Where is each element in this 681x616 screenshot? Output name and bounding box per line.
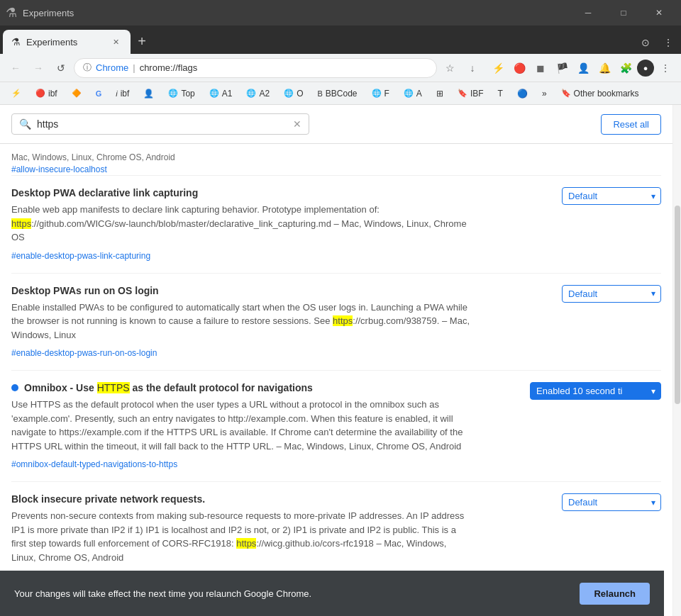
tab-bar: ⚗ Experiments ✕ + ⊙ ⋮	[0, 26, 681, 54]
bookmark-item-other[interactable]: 🔖Other bookmarks	[555, 86, 645, 101]
bookmarks-bar: ⚡ 🔴ibf 🔶 G iibf 👤 🌐Top 🌐A1 🌐A2 🌐O BBBCod…	[0, 82, 681, 105]
search-clear-button[interactable]: ✕	[293, 118, 301, 130]
flag-select-wrap-2: Enabled 10 second ti Default Disabled En…	[530, 382, 661, 400]
ext-button-1[interactable]: ⚡	[488, 58, 508, 78]
tab-icon: ⚗	[11, 36, 21, 47]
flag-select-2[interactable]: Enabled 10 second ti Default Disabled En…	[530, 382, 661, 400]
page-content: 🔍 ✕ Reset all Mac, Windows, Linux, Chrom…	[0, 105, 672, 616]
bookmark-item-16[interactable]: 🔵	[511, 86, 533, 101]
partial-platforms: Mac, Windows, Linux, Chrome OS, Android	[11, 150, 661, 162]
bookmark-item-1[interactable]: 🔴ibf	[30, 86, 63, 101]
new-tab-button[interactable]: +	[131, 30, 153, 52]
search-input[interactable]	[37, 118, 287, 130]
flag-desc-text-3: Prevents non-secure contexts from making…	[11, 510, 464, 563]
reset-all-button[interactable]: Reset all	[601, 114, 661, 135]
minimize-button[interactable]: ─	[572, 0, 604, 26]
extensions-button[interactable]: 🧩	[616, 58, 636, 78]
scrollbar-thumb[interactable]	[675, 206, 680, 404]
ext-button-5[interactable]: 👤	[573, 58, 593, 78]
back-button[interactable]: ←	[6, 58, 26, 78]
tab-close-button[interactable]: ✕	[109, 35, 122, 48]
bookmark-item-11[interactable]: 🌐F	[366, 86, 395, 101]
tab-search-button[interactable]: ⊙	[636, 33, 655, 52]
url-separator: |	[133, 62, 135, 73]
flag-item-2: Omnibox - Use HTTPS as the default proto…	[11, 371, 661, 482]
bookmark-item-5[interactable]: 👤	[138, 86, 160, 101]
flag-select-0[interactable]: Default Enabled Disabled	[562, 187, 661, 205]
flag-anchor-0[interactable]: #enable-desktop-pwas-link-capturing	[11, 251, 150, 261]
chrome-menu-button[interactable]: ⋮	[658, 33, 678, 52]
partial-flag-item: Mac, Windows, Linux, Chrome OS, Android …	[11, 144, 661, 176]
bookmark-item-15[interactable]: T	[492, 86, 509, 101]
bookmark-item-2[interactable]: 🔶	[66, 86, 87, 100]
maximize-button[interactable]: □	[607, 0, 640, 26]
flag-desc-text-1: Enable installed PWAs to be configured t…	[11, 302, 470, 340]
relaunch-button[interactable]: Relaunch	[580, 583, 650, 605]
bookmark-item-17[interactable]: »	[536, 86, 553, 101]
url-brand: Chrome	[96, 62, 128, 73]
flag-control-2: Enabled 10 second ti Default Disabled En…	[530, 382, 661, 400]
tab-title: Experiments	[26, 37, 104, 47]
ext-button-4[interactable]: 🏴	[552, 58, 572, 78]
flag-item-3: Block insecure private network requests.…	[11, 482, 661, 570]
bookmark-item-8[interactable]: 🌐A2	[240, 86, 275, 101]
title-bar-controls: ─ □ ✕	[572, 0, 675, 26]
flag-select-wrap-0: Default Enabled Disabled	[562, 187, 661, 205]
url-path: chrome://flags	[140, 62, 198, 73]
bookmark-item-7[interactable]: 🌐A1	[204, 86, 238, 101]
ext-button-2[interactable]: 🔴	[509, 58, 529, 78]
bookmark-item-4[interactable]: iibf	[110, 86, 135, 101]
flag-control-1: Default Enabled Disabled	[562, 285, 661, 303]
profile-button[interactable]: ●	[637, 60, 654, 77]
flag-select-3[interactable]: Default Enabled Disabled	[562, 493, 661, 511]
extension-icons: ⚡ 🔴 ◼ 🏴 👤 🔔 🧩 ● ⋮	[488, 58, 675, 78]
relaunch-bar: Your changes will take effect the next t…	[0, 571, 664, 616]
flag-desc-2: Use HTTPS as the default protocol when t…	[11, 398, 472, 453]
refresh-button[interactable]: ↺	[51, 58, 71, 78]
flag-anchor-2[interactable]: #omnibox-default-typed-navigations-to-ht…	[11, 459, 177, 469]
flag-active-indicator-2	[11, 384, 18, 391]
relaunch-text: Your changes will take effect the next t…	[14, 588, 311, 599]
flag-anchor-1[interactable]: #enable-desktop-pwas-run-on-os-login	[11, 348, 157, 358]
allow-insecure-localhost-link[interactable]: #allow-insecure-localhost	[11, 164, 107, 174]
bookmark-item-6[interactable]: 🌐Top	[162, 86, 200, 101]
download-button[interactable]: ↓	[463, 58, 482, 78]
bookmark-item-14[interactable]: 🔖IBF	[452, 86, 489, 101]
flag-desc-1: Enable installed PWAs to be configured t…	[11, 301, 472, 342]
flags-page: 🔍 ✕ Reset all Mac, Windows, Linux, Chrom…	[0, 105, 672, 616]
search-icon: 🔍	[19, 118, 31, 130]
close-button[interactable]: ✕	[643, 0, 675, 26]
bookmark-item-0[interactable]: ⚡	[6, 86, 27, 100]
flag-select-wrap-1: Default Enabled Disabled	[562, 285, 661, 303]
bookmark-item-12[interactable]: 🌐A	[398, 86, 428, 101]
ext-button-3[interactable]: ◼	[531, 58, 550, 78]
main-content: 🔍 ✕ Reset all Mac, Windows, Linux, Chrom…	[0, 105, 681, 616]
url-bar[interactable]: ⓘ Chrome | chrome://flags	[74, 58, 437, 78]
active-tab[interactable]: ⚗ Experiments ✕	[3, 30, 131, 54]
bookmark-item-3[interactable]: G	[90, 87, 108, 100]
flag-desc-3: Prevents non-secure contexts from making…	[11, 509, 472, 564]
flag-item-1: Desktop PWAs run on OS login Enable inst…	[11, 274, 661, 371]
chrome-menu-btn[interactable]: ⋮	[655, 58, 675, 78]
flag-name-0: Desktop PWA declarative link capturing	[11, 187, 198, 198]
flag-desc-0: Enable web app manifests to declare link…	[11, 203, 472, 245]
flag-select-wrap-3: Default Enabled Disabled	[562, 493, 661, 511]
search-input-wrap: 🔍 ✕	[11, 113, 309, 135]
flags-list: Mac, Windows, Linux, Chrome OS, Android …	[0, 144, 672, 570]
lock-icon: ⓘ	[83, 62, 92, 74]
address-bar: ← → ↺ ⓘ Chrome | chrome://flags ☆ ↓ ⚡ 🔴 …	[0, 54, 681, 82]
ext-button-6[interactable]: 🔔	[594, 58, 614, 78]
flag-desc-text-0: Enable web app manifests to declare link…	[11, 204, 467, 242]
bookmark-item-10[interactable]: BBBCode	[311, 86, 362, 101]
flag-select-1[interactable]: Default Enabled Disabled	[562, 285, 661, 303]
bookmark-item-9[interactable]: 🌐O	[278, 86, 309, 101]
flag-control-0: Default Enabled Disabled	[562, 187, 661, 205]
bookmark-button[interactable]: ☆	[440, 58, 460, 78]
flag-name-1: Desktop PWAs run on OS login	[11, 285, 159, 296]
tab-bar-right: ⊙ ⋮	[636, 33, 678, 52]
title-bar-text: Experiments	[23, 8, 566, 18]
forward-button[interactable]: →	[28, 58, 48, 78]
flag-control-3: Default Enabled Disabled	[562, 493, 661, 511]
bookmark-item-13[interactable]: ⊞	[431, 86, 449, 101]
scrollbar[interactable]	[672, 105, 681, 616]
